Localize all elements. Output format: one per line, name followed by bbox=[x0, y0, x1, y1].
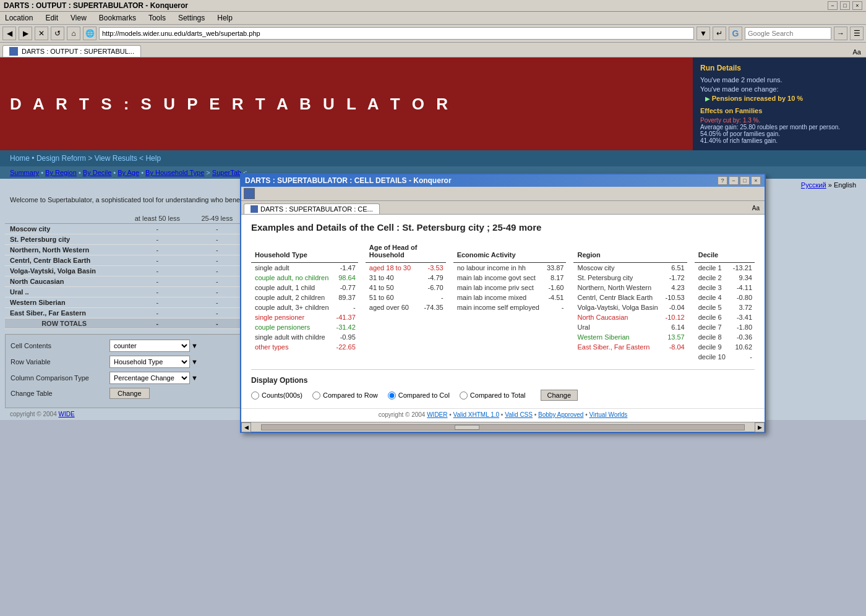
reload-button[interactable]: ↺ bbox=[51, 27, 64, 40]
search-go-button[interactable]: → bbox=[834, 27, 847, 40]
subnav-supertab[interactable]: SuperTab bbox=[212, 169, 241, 176]
close-button[interactable]: × bbox=[852, 1, 862, 10]
menu-view[interactable]: View bbox=[68, 13, 89, 23]
radio-counts[interactable]: Counts(000s) bbox=[251, 391, 302, 400]
table-cell-label: North Caucasian bbox=[5, 276, 123, 287]
popup-controls[interactable]: ? − □ × bbox=[718, 176, 761, 185]
subnav-summary[interactable]: Summary bbox=[10, 169, 39, 176]
household-label: single pensioner bbox=[251, 312, 333, 322]
col-header-label bbox=[5, 213, 123, 224]
subnav-decile[interactable]: By Decile bbox=[83, 169, 111, 176]
back-button[interactable]: ◀ bbox=[2, 27, 16, 40]
menu-edit[interactable]: Edit bbox=[43, 13, 61, 23]
scroll-thumb[interactable] bbox=[455, 425, 479, 430]
decile-label: decile 3 bbox=[695, 283, 729, 293]
decile-value: -4.11 bbox=[729, 283, 755, 293]
popup-question-button[interactable]: ? bbox=[718, 176, 727, 185]
address-input[interactable] bbox=[99, 27, 694, 40]
title-bar: DARTS : OUTPUT : SUPERTABULATOR - Konque… bbox=[0, 0, 866, 12]
display-change-button[interactable]: Change bbox=[541, 390, 578, 401]
main-tab[interactable]: DARTS : OUTPUT : SUPERTABUL... bbox=[2, 45, 141, 57]
copyright-xhtml-link[interactable]: Valid XHTML 1.0 bbox=[453, 411, 499, 418]
nav-home[interactable]: Home bbox=[10, 154, 30, 163]
region-label: Western Siberian bbox=[573, 332, 661, 342]
copyright-css-link[interactable]: Valid CSS bbox=[505, 411, 533, 418]
cell-contents-select[interactable]: counter bbox=[109, 340, 190, 352]
stop-button[interactable]: ✕ bbox=[35, 27, 48, 40]
table-row: Moscow city - - bbox=[5, 224, 242, 234]
table-cell-col2: - bbox=[192, 308, 242, 319]
table-cell-col1: - bbox=[123, 234, 191, 245]
effects-text3: 54.05% of poor families gain. bbox=[700, 130, 859, 137]
household-value: -1.47 bbox=[333, 263, 358, 273]
nav-view-results[interactable]: View Results bbox=[95, 154, 137, 163]
menu-bookmarks[interactable]: Bookmarks bbox=[96, 13, 139, 23]
menu-settings[interactable]: Settings bbox=[176, 13, 207, 23]
age-label: aged 18 to 30 bbox=[366, 263, 418, 273]
economic-label bbox=[453, 332, 543, 342]
browser-extra-button[interactable]: ☰ bbox=[850, 27, 864, 40]
row-variable-label: Row Variable bbox=[11, 358, 109, 366]
subnav-region[interactable]: By Region bbox=[45, 169, 77, 176]
window-controls[interactable]: − □ × bbox=[828, 1, 862, 10]
search-input[interactable] bbox=[745, 27, 831, 40]
subnav-age[interactable]: By Age bbox=[118, 169, 139, 176]
region-label: Volga-Vaytski, Volga Basin bbox=[573, 302, 661, 312]
economic-label: main lab income priv sect bbox=[453, 283, 543, 293]
copyright-virtual-link[interactable]: Virtual Worlds bbox=[589, 411, 627, 418]
menu-location[interactable]: Location bbox=[2, 13, 35, 23]
details-row: single adult with childre -0.95 Western … bbox=[251, 332, 755, 342]
economic-value bbox=[543, 312, 567, 322]
nav-help[interactable]: Help bbox=[145, 154, 161, 163]
age-value bbox=[418, 332, 445, 342]
household-label: couple pensioners bbox=[251, 322, 333, 332]
go-web-button[interactable]: 🌐 bbox=[83, 27, 96, 40]
dropdown-arrow-cell: ▼ bbox=[191, 342, 198, 349]
radio-counts-input[interactable] bbox=[251, 391, 259, 400]
popup-close-button[interactable]: × bbox=[751, 176, 761, 185]
household-value: 98.64 bbox=[333, 273, 358, 283]
radio-col[interactable]: Compared to Col bbox=[388, 391, 450, 400]
popup-min-button[interactable]: − bbox=[729, 176, 739, 185]
forward-button[interactable]: ▶ bbox=[19, 27, 32, 40]
scroll-track[interactable] bbox=[261, 424, 745, 430]
scroll-left-button[interactable]: ◀ bbox=[241, 422, 251, 432]
menu-tools[interactable]: Tools bbox=[146, 13, 168, 23]
copyright-wider-link[interactable]: WIDER bbox=[427, 411, 447, 418]
comparison-select[interactable]: Percentage Change bbox=[109, 372, 190, 384]
economic-label: main lab income mixed bbox=[453, 293, 543, 302]
radio-row-input[interactable] bbox=[312, 391, 320, 400]
table-cell-col1: - bbox=[123, 287, 191, 297]
menu-help[interactable]: Help bbox=[215, 13, 235, 23]
subnav-household[interactable]: By Household Type bbox=[145, 169, 204, 176]
maximize-button[interactable]: □ bbox=[840, 1, 850, 10]
dropdown-button[interactable]: ▼ bbox=[697, 27, 710, 40]
nav-design-reform[interactable]: Design Reform bbox=[36, 154, 86, 163]
row-total-val2: - bbox=[192, 319, 242, 329]
run-detail-highlight-row: ▶ Pensions increased by 10 % bbox=[705, 95, 859, 102]
go-button[interactable]: ↵ bbox=[713, 27, 726, 40]
row-variable-select[interactable]: Household Type bbox=[109, 356, 190, 368]
address-bar: ▼ ↵ G → ☰ bbox=[99, 27, 864, 40]
tab-bar-extra: Aa bbox=[851, 47, 864, 57]
radio-col-input[interactable] bbox=[388, 391, 396, 400]
copyright-link[interactable]: WIDE bbox=[59, 411, 75, 417]
economic-value bbox=[543, 332, 567, 342]
radio-total-input[interactable] bbox=[460, 391, 468, 400]
radio-row[interactable]: Compared to Row bbox=[312, 391, 378, 400]
minimize-button[interactable]: − bbox=[828, 1, 838, 10]
change-table-button[interactable]: Change bbox=[109, 388, 150, 399]
window-title: DARTS : OUTPUT : SUPERTABULATOR - Konque… bbox=[4, 1, 188, 10]
table-cell-col1: - bbox=[123, 308, 191, 319]
run-detail-line1: You've made 2 model runs. bbox=[700, 76, 859, 83]
radio-total[interactable]: Compared to Total bbox=[460, 391, 526, 400]
scroll-right-button[interactable]: ▶ bbox=[755, 422, 765, 432]
table-row: Western Siberian - - bbox=[5, 297, 242, 308]
copyright-bobby-link[interactable]: Bobby Approved bbox=[538, 411, 583, 418]
popup-tab-main[interactable]: DARTS : SUPERTABULATOR : CE... bbox=[244, 203, 380, 214]
popup-max-button[interactable]: □ bbox=[740, 176, 750, 185]
household-label: single adult with childre bbox=[251, 332, 333, 342]
home-button[interactable]: ⌂ bbox=[67, 27, 80, 40]
lang-russian[interactable]: Русский bbox=[801, 181, 826, 189]
run-detail-highlight: Pensions increased by 10 % bbox=[712, 95, 803, 102]
